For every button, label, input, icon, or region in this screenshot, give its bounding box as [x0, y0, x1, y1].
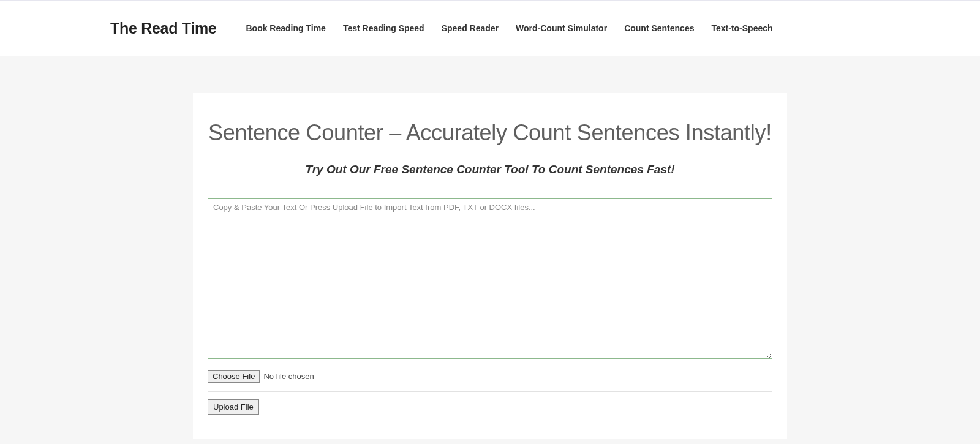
nav-text-to-speech[interactable]: Text-to-Speech: [711, 23, 772, 33]
textarea-wrap: [193, 198, 787, 361]
text-input[interactable]: [208, 198, 772, 359]
page-body: Sentence Counter – Accurately Count Sent…: [0, 56, 980, 444]
site-title[interactable]: The Read Time: [110, 20, 216, 37]
divider: [208, 391, 772, 392]
nav-book-reading-time[interactable]: Book Reading Time: [246, 23, 325, 33]
nav-speed-reader[interactable]: Speed Reader: [442, 23, 499, 33]
choose-file-button[interactable]: Choose File: [208, 370, 260, 383]
main-nav: Book Reading Time Test Reading Speed Spe…: [246, 23, 772, 33]
upload-file-button[interactable]: Upload File: [208, 399, 259, 415]
upload-row: Upload File: [193, 399, 787, 415]
page-title: Sentence Counter – Accurately Count Sent…: [193, 120, 787, 146]
file-row: Choose File No file chosen: [193, 370, 787, 391]
tool-card: Sentence Counter – Accurately Count Sent…: [193, 93, 787, 439]
page-subtitle: Try Out Our Free Sentence Counter Tool T…: [193, 163, 787, 176]
file-status: No file chosen: [263, 372, 314, 381]
header-inner: The Read Time Book Reading Time Test Rea…: [98, 1, 882, 56]
header: The Read Time Book Reading Time Test Rea…: [0, 0, 980, 56]
nav-count-sentences[interactable]: Count Sentences: [624, 23, 694, 33]
nav-word-count-simulator[interactable]: Word-Count Simulator: [516, 23, 607, 33]
nav-test-reading-speed[interactable]: Test Reading Speed: [343, 23, 424, 33]
